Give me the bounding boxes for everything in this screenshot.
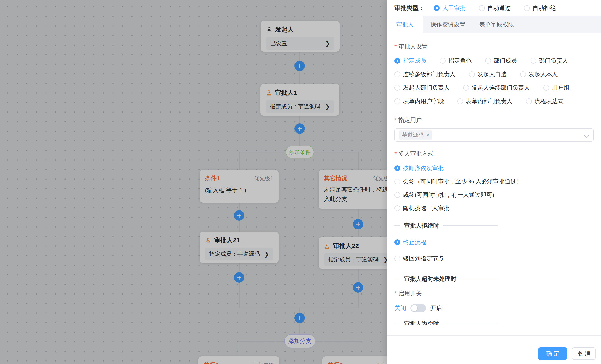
radio-label: 随机挑选一人审批 — [403, 204, 450, 212]
switch-off-label: 关闭 — [394, 304, 406, 312]
radio-dept-leader[interactable]: 部门负责人 — [531, 57, 568, 65]
multi-approve-label: * 多人审批方式 — [394, 150, 593, 158]
radio-label: 发起人自选 — [478, 70, 507, 78]
multi-approve-row2: 会签（可同时审批，至少 % 人必须审批通过） — [394, 177, 593, 186]
radio-terminate-process[interactable]: 终止流程 — [394, 238, 426, 246]
divider-line — [394, 225, 400, 226]
radio-auto-reject[interactable]: 自动拒绝 — [524, 4, 556, 12]
radio-random-one[interactable]: 随机挑选一人审批 — [394, 204, 450, 212]
divider-line — [461, 279, 498, 279]
radio-dot — [543, 85, 549, 91]
divider-line — [443, 225, 498, 226]
radio-dot — [394, 71, 400, 77]
radio-label: 流程表达式 — [534, 97, 564, 105]
toggle-knob — [411, 305, 417, 311]
radio-dot — [394, 192, 400, 198]
radio-dot — [394, 85, 400, 91]
radio-label: 表单内用户字段 — [403, 97, 444, 105]
radio-sequential-approve[interactable]: 按顺序依次审批 — [394, 164, 444, 172]
radio-manual-approve[interactable]: 人工审批 — [434, 4, 466, 12]
radio-label: 部门负责人 — [539, 57, 568, 65]
field-label: 审批人设置 — [399, 43, 428, 51]
confirm-label: 确 定 — [546, 350, 559, 358]
section-title: 审批人超时未处理时 — [404, 275, 456, 283]
required-asterisk: * — [394, 117, 397, 123]
reject-section-divider: 审批人拒绝时 — [394, 222, 498, 230]
approver-setting-row2: 连续多级部门负责人 发起人自选 发起人本人 — [394, 70, 593, 78]
radio-countersign[interactable]: 会签（可同时审批，至少 % 人必须审批通过） — [394, 178, 522, 185]
radio-label: 表单内部门负责人 — [466, 97, 512, 105]
radio-label: 发起人本人 — [529, 70, 558, 78]
enable-switch-label: * 启用开关 — [394, 289, 593, 298]
tag-close-icon[interactable]: × — [426, 132, 429, 138]
radio-starter-select[interactable]: 发起人自选 — [469, 70, 507, 78]
radio-assign-role[interactable]: 指定角色 — [440, 57, 472, 65]
user-tag[interactable]: 芋道源码 × — [399, 131, 432, 140]
assigned-user-select[interactable]: 芋道源码 × — [394, 128, 593, 142]
multi-approve-row4: 随机挑选一人审批 — [394, 204, 593, 212]
tab-label: 操作按钮设置 — [431, 20, 465, 29]
radio-starter-multi-dept-leader[interactable]: 发起人连续部门负责人 — [463, 84, 530, 92]
approval-settings-drawer: 审批类型： 人工审批 自动通过 自动拒绝 审批人 操作按钮设置 表单字段权限 *… — [387, 0, 601, 364]
radio-label: 自动通过 — [487, 4, 511, 12]
radio-label: 会签（可同时审批，至少 % 人必须审批通过） — [403, 178, 522, 185]
chevron-down-icon — [584, 133, 589, 138]
radio-process-expression[interactable]: 流程表达式 — [526, 97, 564, 105]
enable-toggle[interactable] — [410, 304, 426, 312]
tab-form-field-permission[interactable]: 表单字段权限 — [472, 16, 521, 33]
radio-label: 指定角色 — [448, 57, 472, 65]
settings-tabs: 审批人 操作按钮设置 表单字段权限 — [387, 16, 601, 33]
radio-label: 驳回到指定节点 — [403, 255, 444, 263]
tabs-inactive-area: 操作按钮设置 表单字段权限 — [423, 16, 601, 33]
radio-dot — [394, 58, 400, 64]
radio-dot — [479, 5, 485, 11]
radio-label: 用户组 — [552, 84, 569, 92]
settings-form[interactable]: * 审批人设置 指定成员 指定角色 部门成员 部门负责人 连续多级部门负责人 发… — [387, 33, 601, 335]
switch-on-label: 开启 — [430, 304, 442, 312]
radio-dot — [394, 165, 400, 171]
radio-dot — [394, 256, 400, 262]
cancel-label: 取 消 — [577, 350, 591, 358]
reject-row1: 终止流程 — [394, 238, 593, 246]
radio-multi-level-dept-leader[interactable]: 连续多级部门负责人 — [394, 70, 455, 78]
approver-setting-row4: 表单内用户字段 表单内部门负责人 流程表达式 — [394, 97, 593, 105]
tab-approver[interactable]: 审批人 — [387, 16, 423, 33]
radio-dot — [394, 239, 400, 245]
radio-label: 部门成员 — [494, 57, 517, 65]
radio-dot — [394, 179, 400, 184]
radio-starter-self[interactable]: 发起人本人 — [520, 70, 558, 78]
radio-dept-member[interactable]: 部门成员 — [485, 57, 517, 65]
required-asterisk: * — [394, 290, 397, 297]
radio-form-user-field[interactable]: 表单内用户字段 — [394, 97, 444, 105]
radio-dot — [520, 71, 526, 77]
radio-auto-pass[interactable]: 自动通过 — [479, 4, 511, 12]
radio-label: 终止流程 — [403, 238, 426, 246]
approver-setting-row3: 发起人部门负责人 发起人连续部门负责人 用户组 — [394, 84, 593, 92]
radio-dot — [463, 85, 469, 91]
radio-return-to-node[interactable]: 驳回到指定节点 — [394, 255, 444, 263]
radio-orsign[interactable]: 或签(可同时审批，有一人通过即可) — [394, 191, 494, 199]
enable-switch-row: 关闭 开启 — [394, 303, 593, 313]
radio-starter-dept-leader[interactable]: 发起人部门负责人 — [394, 84, 450, 92]
radio-assign-member[interactable]: 指定成员 — [394, 57, 426, 65]
tab-button-settings[interactable]: 操作按钮设置 — [423, 16, 472, 33]
radio-label: 或签(可同时审批，有一人通过即可) — [403, 191, 494, 199]
approval-type-row: 审批类型： 人工审批 自动通过 自动拒绝 — [387, 0, 601, 16]
required-asterisk: * — [394, 43, 397, 50]
radio-dot — [524, 5, 530, 11]
confirm-button[interactable]: 确 定 — [538, 347, 567, 360]
section-title: 审批人为空时 — [404, 320, 439, 325]
user-tag-label: 芋道源码 — [402, 131, 424, 139]
radio-dot — [469, 71, 475, 77]
approver-setting-row1: 指定成员 指定角色 部门成员 部门负责人 — [394, 57, 593, 65]
cancel-button[interactable]: 取 消 — [572, 347, 596, 360]
assigned-user-label: * 指定用户 — [394, 116, 593, 124]
radio-label: 发起人部门负责人 — [403, 84, 450, 92]
tab-label: 表单字段权限 — [479, 20, 514, 29]
radio-form-dept-leader[interactable]: 表单内部门负责人 — [457, 97, 512, 105]
radio-user-group[interactable]: 用户组 — [543, 84, 569, 92]
drawer-footer: 确 定 取 消 — [387, 335, 601, 364]
radio-label: 按顺序依次审批 — [403, 164, 444, 172]
divider-line — [394, 279, 400, 279]
divider-line — [394, 324, 400, 324]
